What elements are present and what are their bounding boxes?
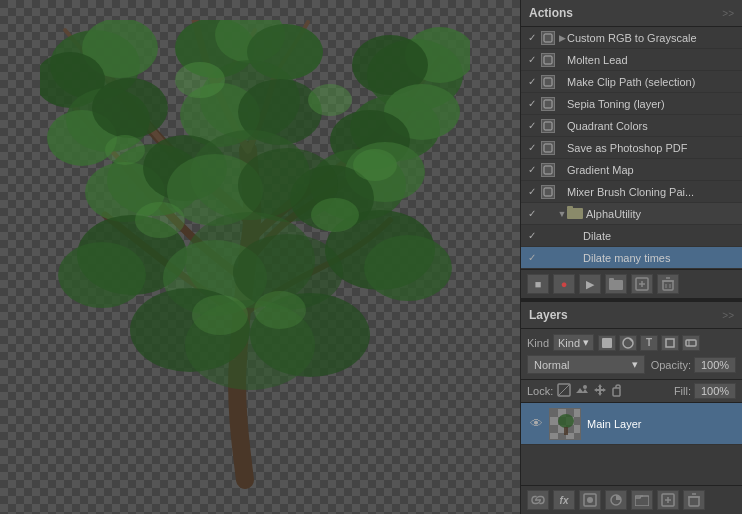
blend-mode-label: Normal [534,359,569,371]
action-check: ✓ [525,186,539,197]
actions-panel: Actions >> ✓▶Custom RGB to Grayscale✓Mol… [521,0,742,300]
svg-point-39 [105,135,145,165]
lock-move-icon[interactable] [593,383,607,399]
svg-line-71 [558,384,570,396]
opacity-value[interactable]: 100% [694,357,736,373]
adjustment-button[interactable] [605,490,627,510]
item-arrow: ▶ [557,33,567,43]
action-check: ✓ [525,142,539,153]
kind-row: Kind Kind ▾ T [527,334,736,351]
action-dialog-icon [541,207,555,221]
blend-mode-arrow: ▾ [632,358,638,371]
svg-point-72 [583,385,587,389]
layer-list: 👁 [521,403,742,485]
svg-rect-68 [686,340,696,346]
svg-point-40 [353,149,397,181]
svg-rect-84 [564,427,568,435]
add-mask-button[interactable] [579,490,601,510]
action-item[interactable]: ✓Dilate [521,225,742,247]
lock-row: Lock: [521,380,742,403]
kind-type-icon[interactable]: T [640,335,658,351]
actions-list: ✓▶Custom RGB to Grayscale✓Molten Lead✓Ma… [521,27,742,269]
action-item[interactable]: ✓▶Custom RGB to Grayscale [521,27,742,49]
layers-panel-collapse[interactable]: >> [722,310,734,321]
action-label: Mixer Brush Cloning Pai... [567,186,738,198]
fill-value[interactable]: 100% [694,383,736,399]
action-item[interactable]: ✓▼AlphaUtility [521,203,742,225]
action-dialog-icon [541,229,555,243]
svg-rect-93 [689,497,699,506]
action-dialog-icon [541,119,555,133]
new-layer-button[interactable] [657,490,679,510]
action-check: ✓ [525,98,539,109]
play-button[interactable]: ▶ [579,274,601,294]
blend-mode-row: Normal ▾ Opacity: 100% [527,355,736,374]
action-item[interactable]: ✓Save as Photoshop PDF [521,137,742,159]
lock-pixels-icon[interactable] [575,383,589,399]
action-item[interactable]: ✓Gradient Map [521,159,742,181]
action-check: ✓ [525,32,539,43]
svg-rect-79 [550,425,558,433]
kind-dropdown-arrow: ▾ [583,336,589,349]
record-button[interactable]: ● [553,274,575,294]
svg-rect-53 [567,208,583,219]
lock-transparent-icon[interactable] [557,383,571,399]
actions-panel-title: Actions [529,6,573,20]
kind-adj-icon[interactable] [619,335,637,351]
action-dialog-icon [541,185,555,199]
kind-pixel-icon[interactable] [598,335,616,351]
action-check: ✓ [525,230,539,241]
new-action-button[interactable] [631,274,653,294]
action-label: Custom RGB to Grayscale [567,32,738,44]
action-item[interactable]: ✓Dilate many times [521,247,742,269]
svg-point-44 [254,291,306,329]
svg-point-42 [311,198,359,232]
layers-panel: Layers >> Kind Kind ▾ T [521,300,742,514]
action-dialog-icon [541,75,555,89]
action-check: ✓ [525,54,539,65]
svg-rect-52 [544,188,552,196]
new-group-button[interactable] [631,490,653,510]
lock-artboard-icon[interactable] [611,383,625,399]
action-item[interactable]: ✓Mixer Brush Cloning Pai... [521,181,742,203]
stop-button[interactable]: ■ [527,274,549,294]
delete-layer-button[interactable] [683,490,705,510]
svg-rect-50 [544,144,552,152]
actions-panel-collapse[interactable]: >> [722,8,734,19]
layers-panel-title: Layers [529,308,568,322]
new-folder-button[interactable] [605,274,627,294]
kind-dropdown[interactable]: Kind ▾ [553,334,594,351]
delete-action-button[interactable] [657,274,679,294]
right-panel: Actions >> ✓▶Custom RGB to Grayscale✓Mol… [520,0,742,514]
action-dialog-icon [541,31,555,45]
svg-rect-49 [544,122,552,130]
add-style-button[interactable]: fx [553,490,575,510]
layer-visibility-icon[interactable]: 👁 [527,416,545,431]
svg-rect-47 [544,78,552,86]
action-item[interactable]: ✓Molten Lead [521,49,742,71]
fill-label: Fill: [674,385,691,397]
action-label: Dilate [567,230,738,242]
canvas-area [0,0,520,514]
kind-shape-icon[interactable] [661,335,679,351]
layer-item[interactable]: 👁 [521,403,742,445]
kind-smart-icon[interactable] [682,335,700,351]
svg-rect-67 [666,339,674,347]
action-check: ✓ [525,164,539,175]
action-label: Gradient Map [567,164,738,176]
blend-mode-dropdown[interactable]: Normal ▾ [527,355,645,374]
action-label: Quadrant Colors [567,120,738,132]
opacity-control: Opacity: 100% [651,357,736,373]
svg-rect-82 [574,433,581,440]
link-layers-button[interactable] [527,490,549,510]
fill-control: Fill: 100% [674,383,736,399]
action-label: Dilate many times [567,252,738,264]
svg-rect-65 [602,338,612,348]
lock-icons [557,383,625,399]
lock-label: Lock: [527,385,553,397]
action-check: ✓ [525,120,539,131]
layers-panel-header: Layers >> [521,302,742,329]
action-item[interactable]: ✓Quadrant Colors [521,115,742,137]
action-item[interactable]: ✓Make Clip Path (selection) [521,71,742,93]
action-item[interactable]: ✓Sepia Toning (layer) [521,93,742,115]
